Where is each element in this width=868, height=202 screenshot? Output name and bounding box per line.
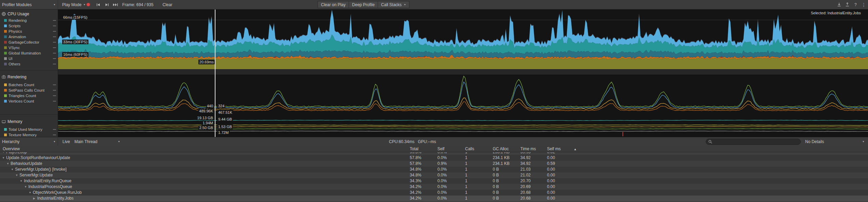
expand-caret-open[interactable]: ▼ bbox=[20, 178, 23, 184]
table-row-content: ▼ServerMgr.Update() [Invoke]34.8%0.0%10 … bbox=[0, 167, 868, 172]
help-icon[interactable]: ? bbox=[853, 2, 858, 8]
clear-on-play-toggle[interactable]: Clear on Play bbox=[318, 1, 349, 8]
legend-item-garbagecollector[interactable]: GarbageCollector bbox=[0, 40, 58, 45]
save-profile-icon[interactable] bbox=[837, 2, 842, 8]
details-view-dropdown[interactable]: Hierarchy ▼ bbox=[0, 137, 58, 146]
column-total[interactable]: Total bbox=[410, 146, 418, 152]
table-row[interactable]: ▼ServerMgr.Update() [Invoke]34.8%0.0%10 … bbox=[0, 167, 868, 172]
column-time-ms[interactable]: Time ms bbox=[520, 146, 536, 152]
legend-item-triangles-count[interactable]: Triangles Count bbox=[0, 93, 58, 98]
legend-item-global-illumination[interactable]: Global Illumination bbox=[0, 50, 58, 56]
legend-label: Others bbox=[9, 62, 20, 66]
chevron-down-icon: ▼ bbox=[53, 140, 56, 143]
legend-drag-handle bbox=[53, 36, 56, 37]
legend-item-texture-memory[interactable]: Texture Memory bbox=[0, 132, 58, 137]
cell-total: 34.8% bbox=[410, 167, 421, 172]
table-row[interactable]: ▼ServerMgr.Update34.8%0.0%10 B21.020.00 bbox=[0, 172, 868, 178]
expand-caret-open[interactable]: ▼ bbox=[6, 161, 9, 167]
table-row-content: ▼PlayerLoop99.3%0.0%1235.1 KB59.930.02 bbox=[0, 152, 868, 155]
rendering-chart[interactable] bbox=[58, 75, 868, 116]
expand-caret-open[interactable]: ▼ bbox=[15, 172, 18, 178]
call-stacks-dropdown[interactable]: Call Stacks▼ bbox=[378, 1, 409, 8]
table-row[interactable]: ▼ObjectWorkQueue.RunJob34.2%0.0%10 B20.6… bbox=[0, 190, 868, 196]
cell-self-ms: 0.00 bbox=[547, 172, 555, 178]
table-row[interactable]: ▼PlayerLoop99.3%0.0%1235.1 KB59.930.02 bbox=[0, 152, 868, 155]
legend-swatch bbox=[4, 30, 7, 33]
table-row[interactable]: ▼BehaviourUpdate57.8%0.9%1234.1 KB34.920… bbox=[0, 161, 868, 167]
cell-time-ms: 20.68 bbox=[520, 190, 531, 196]
module-header-cpu[interactable]: CPU Usage bbox=[2, 12, 29, 16]
selected-frame-line[interactable] bbox=[215, 10, 215, 137]
expand-caret-open[interactable]: ▼ bbox=[29, 190, 31, 196]
next-frame-button[interactable] bbox=[104, 2, 109, 8]
legend-label: Total Used Memory bbox=[9, 127, 42, 131]
expand-caret-open[interactable]: ▼ bbox=[2, 155, 5, 161]
play-mode-dropdown[interactable]: Play Mode ▼ bbox=[60, 0, 88, 9]
legend-item-total-used-memory[interactable]: Total Used Memory bbox=[0, 127, 58, 132]
legend-item-animation[interactable]: Animation bbox=[0, 34, 58, 40]
legend-item-physics[interactable]: Physics bbox=[0, 29, 58, 34]
table-row[interactable]: ▶IndustrialEntity.Jobs34.2%0.0%10 B20.68… bbox=[0, 196, 868, 201]
thread-dropdown[interactable]: Main Thread ▼ bbox=[72, 137, 122, 146]
column-overview[interactable]: Overview bbox=[3, 146, 20, 152]
value-box-1: 33ms (30FPS) bbox=[62, 40, 88, 44]
legend-item-others[interactable]: Others bbox=[0, 61, 58, 67]
charts-region: CPU UsageRenderingScriptsPhysicsAnimatio… bbox=[0, 10, 868, 137]
legend-item-batches-count[interactable]: Batches Count bbox=[0, 82, 58, 88]
live-toggle-label: Live bbox=[62, 139, 70, 144]
legend-item-ui[interactable]: UI bbox=[0, 56, 58, 61]
legend-item-scripts[interactable]: Scripts bbox=[0, 23, 58, 29]
module-sidebar: CPU UsageRenderingScriptsPhysicsAnimatio… bbox=[0, 10, 58, 137]
column-self-ms[interactable]: Self ms bbox=[547, 146, 561, 152]
legend-label: Scripts bbox=[9, 24, 20, 28]
table-row[interactable]: ▼IndustrialProcessQueue34.2%0.0%10 B20.6… bbox=[0, 184, 868, 190]
value-box-objects: 1.94M bbox=[201, 121, 214, 125]
load-profile-icon[interactable] bbox=[845, 2, 850, 8]
value-box-texture: 9.44 GB bbox=[217, 117, 233, 122]
legend-item-vsync[interactable]: VSync bbox=[0, 45, 58, 50]
column-self[interactable]: Self bbox=[437, 146, 445, 152]
table-row[interactable]: ▼IndustrialEntity.RunQueue34.3%0.0%10 B2… bbox=[0, 178, 868, 184]
sample-name: ServerMgr.Update() [Invoke] bbox=[15, 167, 67, 172]
search-field[interactable] bbox=[706, 139, 801, 145]
details-pane-dropdown[interactable]: No Details ▼ bbox=[803, 137, 867, 146]
expand-caret-open[interactable]: ▼ bbox=[24, 184, 27, 190]
thread-label: Main Thread bbox=[74, 139, 97, 144]
sort-indicator[interactable]: ▲ bbox=[574, 146, 577, 152]
legend-label: Rendering bbox=[9, 18, 27, 22]
module-header-rendering[interactable]: Rendering bbox=[2, 75, 26, 79]
previous-frame-button[interactable] bbox=[96, 2, 101, 8]
current-frame-button[interactable] bbox=[113, 2, 118, 8]
legend-item-setpass-calls-count[interactable]: SetPass Calls Count bbox=[0, 88, 58, 93]
profile-options-group: Clear on Play Deep Profile Call Stacks▼ bbox=[318, 1, 409, 8]
search-input[interactable] bbox=[714, 139, 798, 144]
chevron-down-icon: ▼ bbox=[404, 3, 406, 6]
more-menu-icon[interactable]: ⋮ bbox=[861, 2, 866, 8]
legend-drag-handle bbox=[53, 20, 56, 21]
table-row-content: ▼ObjectWorkQueue.RunJob34.2%0.0%10 B20.6… bbox=[0, 190, 868, 196]
column-gc-alloc[interactable]: GC Alloc bbox=[493, 146, 509, 152]
live-toggle[interactable]: Live bbox=[60, 137, 72, 146]
profiler-modules-dropdown[interactable]: Profiler Modules ▼ bbox=[0, 0, 58, 9]
frame-counter-label: Frame: 694 / 935 bbox=[122, 2, 153, 7]
expand-caret-open[interactable]: ▼ bbox=[11, 167, 14, 172]
legend-label: Vertices Count bbox=[9, 99, 34, 103]
memory-chart[interactable] bbox=[58, 116, 868, 137]
legend-item-rendering[interactable]: Rendering bbox=[0, 18, 58, 23]
legend-swatch bbox=[4, 100, 7, 103]
legend-item-vertices-count[interactable]: Vertices Count bbox=[0, 98, 58, 104]
record-button[interactable] bbox=[85, 0, 92, 9]
chevron-down-icon: ▼ bbox=[53, 3, 56, 6]
cell-calls: 1 bbox=[465, 152, 467, 155]
column-calls[interactable]: Calls bbox=[465, 146, 474, 152]
expand-caret-open[interactable]: ▼ bbox=[2, 152, 5, 155]
legend-swatch bbox=[4, 63, 7, 65]
deep-profile-toggle[interactable]: Deep Profile bbox=[349, 1, 378, 8]
table-row[interactable]: ▼Update.ScriptRunBehaviourUpdate57.8%0.0… bbox=[0, 155, 868, 161]
expand-caret-closed[interactable]: ▶ bbox=[33, 196, 35, 201]
sample-name: ServerMgr.Update bbox=[19, 172, 53, 178]
module-header-memory[interactable]: Memory bbox=[2, 119, 22, 124]
clear-button[interactable]: Clear bbox=[160, 0, 174, 9]
cell-self: 0.0% bbox=[437, 184, 447, 190]
cpu-usage-chart[interactable] bbox=[58, 10, 868, 69]
